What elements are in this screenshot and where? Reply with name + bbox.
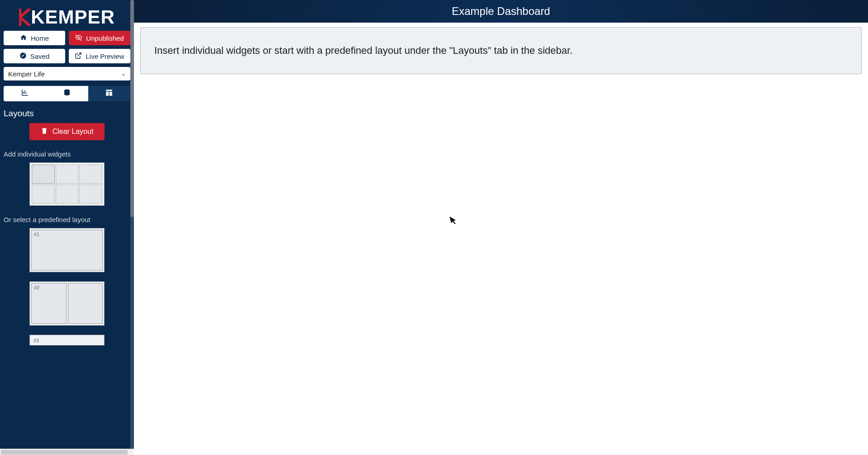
saved-label: Saved [30,52,50,60]
add-widgets-label: Add individual widgets [0,148,134,162]
chevron-down-icon: ⌄ [121,71,126,77]
organization-dropdown[interactable]: Kemper Life ⌄ [4,67,130,81]
chart-icon [21,89,29,99]
sidebar-tabs [4,86,130,101]
main-area: Example Dashboard Insert individual widg… [134,0,868,455]
layouts-section-title: Layouts [0,107,134,123]
scrollbar-thumb[interactable] [130,0,134,217]
external-link-icon [75,52,82,61]
live-preview-button[interactable]: Live Preview [69,49,130,63]
horizontal-scrollbar[interactable] [0,449,134,455]
layout-id: #1 [32,230,102,238]
cursor-icon [449,214,461,229]
visibility-off-icon [75,34,82,43]
clear-layout-button[interactable]: Clear Layout [29,123,105,140]
empty-state-notice: Insert individual widgets or start with … [140,27,862,74]
grid-cell [79,185,102,204]
add-widget-grid[interactable] [29,162,105,206]
live-preview-label: Live Preview [86,52,124,60]
grid-cell [79,165,102,184]
notice-text: Insert individual widgets or start with … [154,45,572,56]
tab-data[interactable] [46,86,88,101]
brand-name: KEMPER [31,6,115,28]
brand-logo: KEMPER [0,0,134,31]
unpublished-button[interactable]: Unpublished [69,31,130,45]
sidebar-scrollbar[interactable] [130,0,134,455]
check-icon [19,52,27,61]
home-icon [20,34,27,43]
layout-option-3[interactable]: #3 [29,335,105,346]
unpublished-label: Unpublished [86,34,124,42]
predefined-layout-label: Or select a predefined layout [0,214,134,228]
layout-option-2[interactable]: #2 [29,281,105,326]
database-icon [63,89,71,99]
page-title: Example Dashboard [452,5,550,18]
tab-dashboard[interactable] [4,86,46,101]
home-button[interactable]: Home [4,31,65,45]
saved-button[interactable]: Saved [4,49,65,63]
layout-id: #2 [32,284,66,292]
grid-cell [32,185,55,204]
grid-cell [32,165,55,184]
layout-icon [105,89,113,99]
layout-option-1[interactable]: #1 [29,228,105,272]
tab-layouts[interactable] [88,86,130,101]
dropdown-selected: Kemper Life [8,70,45,78]
grid-cell [56,165,79,184]
grid-cell [56,185,79,204]
trash-icon [41,127,48,136]
sidebar: KEMPER Home Unpublished [0,0,134,455]
hscroll-thumb[interactable] [1,450,128,455]
layout-id: #3 [31,337,103,345]
clear-layout-label: Clear Layout [52,128,94,136]
page-title-bar: Example Dashboard [134,0,868,23]
home-label: Home [31,34,49,42]
